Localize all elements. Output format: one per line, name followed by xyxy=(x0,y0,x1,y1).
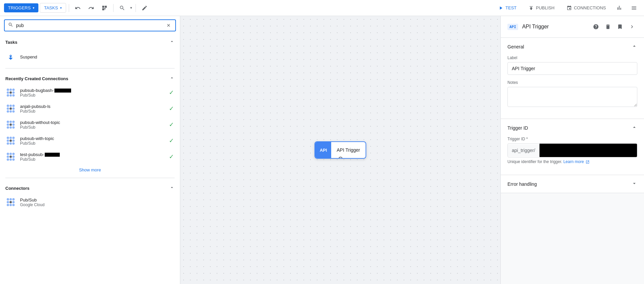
general-section-title: General xyxy=(507,44,524,49)
tasks-section-title: Tasks xyxy=(5,40,17,45)
api-badge: API xyxy=(507,24,518,30)
label-field-input[interactable] xyxy=(507,62,637,75)
svg-point-7 xyxy=(10,94,12,97)
conn-type-1: Pub/Sub xyxy=(20,109,164,114)
conn-info-1: anjali-pubsub-ls Pub/Sub xyxy=(20,104,164,114)
connector-item-pubsub[interactable]: Pub/Sub Google Cloud xyxy=(0,194,180,210)
connection-item-4[interactable]: test-pubsub- Pub/Sub ✓ xyxy=(0,149,180,165)
zoom-button[interactable] xyxy=(116,2,128,14)
api-trigger-node[interactable]: API API Trigger xyxy=(314,141,366,159)
svg-point-38 xyxy=(12,153,15,155)
panel-title: API Trigger xyxy=(522,24,587,30)
svg-point-3 xyxy=(7,92,9,94)
svg-point-32 xyxy=(12,140,15,142)
recently-created-collapse-icon xyxy=(169,75,175,82)
svg-point-50 xyxy=(12,201,15,203)
svg-point-6 xyxy=(7,94,9,97)
trigger-id-row: api_trigger/ xyxy=(507,143,637,157)
svg-point-11 xyxy=(12,105,15,107)
conn-name-1: anjali-pubsub-ls xyxy=(20,104,164,109)
svg-point-10 xyxy=(10,105,12,107)
error-handling-section-toggle[interactable]: Error handling xyxy=(501,175,644,193)
svg-point-0 xyxy=(7,89,9,91)
svg-point-9 xyxy=(7,105,9,107)
right-panel: API API Trigger General xyxy=(500,16,644,284)
conn-status-0: ✓ xyxy=(168,89,175,96)
search-box: ✕ xyxy=(4,19,176,31)
svg-point-2 xyxy=(12,89,15,91)
svg-point-26 xyxy=(12,126,15,129)
suspend-task-name: Suspend xyxy=(20,54,37,59)
tasks-label: TASKS xyxy=(44,5,58,10)
delete-icon[interactable] xyxy=(603,21,613,32)
svg-point-23 xyxy=(12,124,15,126)
chart-button[interactable] xyxy=(613,2,625,14)
svg-point-39 xyxy=(7,156,9,158)
more-options-button[interactable] xyxy=(628,2,640,14)
connection-item-1[interactable]: anjali-pubsub-ls Pub/Sub ✓ xyxy=(0,101,180,117)
tasks-chevron-icon: ▾ xyxy=(60,6,62,10)
svg-point-34 xyxy=(10,142,12,145)
svg-point-17 xyxy=(12,110,15,113)
layout-button[interactable] xyxy=(98,2,111,14)
left-panel: ✕ Tasks Suspend Recently Created Connect… xyxy=(0,16,180,284)
connection-item-2[interactable]: pubsub-without-topic Pub/Sub ✓ xyxy=(0,117,180,133)
test-button[interactable]: TEST xyxy=(493,3,521,13)
right-toolbar: TEST PUBLISH CONNECTIONS xyxy=(493,2,640,14)
show-more-link[interactable]: Show more xyxy=(79,167,101,172)
tasks-section-header[interactable]: Tasks xyxy=(0,35,180,48)
main-layout: ✕ Tasks Suspend Recently Created Connect… xyxy=(0,16,644,284)
svg-point-40 xyxy=(10,156,12,158)
trigger-id-section-content: Trigger ID * api_trigger/ Unique identif… xyxy=(501,137,644,175)
recently-created-section-header[interactable]: Recently Created Connections xyxy=(0,71,180,85)
test-label: TEST xyxy=(505,5,516,10)
connector-info-pubsub: Pub/Sub Google Cloud xyxy=(20,197,175,207)
learn-more-link[interactable]: Learn more xyxy=(563,159,584,164)
pen-button[interactable] xyxy=(139,2,151,14)
canvas-area[interactable]: API API Trigger xyxy=(180,16,500,284)
clear-search-icon[interactable]: ✕ xyxy=(165,22,172,29)
svg-point-35 xyxy=(12,142,15,145)
undo-button[interactable] xyxy=(72,2,84,14)
toolbar: TRIGGERS ▾ TASKS ▾ ▾ TEST PUBLISH C xyxy=(0,0,644,16)
tasks-button[interactable]: TASKS ▾ xyxy=(40,3,66,13)
svg-point-29 xyxy=(12,137,15,139)
svg-point-43 xyxy=(10,158,12,161)
search-icon xyxy=(8,22,13,29)
svg-point-53 xyxy=(12,204,15,206)
connector-name-pubsub: Pub/Sub xyxy=(20,197,175,202)
svg-point-48 xyxy=(7,201,9,203)
general-section-content: Label Notes xyxy=(501,55,644,119)
connection-item-0[interactable]: pubsub-bugbash- Pub/Sub ✓ xyxy=(0,85,180,101)
notes-field-textarea[interactable] xyxy=(507,87,637,107)
connections-button[interactable]: CONNECTIONS xyxy=(562,3,611,13)
node-label: API Trigger xyxy=(331,147,365,153)
connection-item-3[interactable]: pubsub-with-topic Pub/Sub ✓ xyxy=(0,133,180,149)
publish-button[interactable]: PUBLISH xyxy=(524,3,559,13)
conn-name-4: test-pubsub- xyxy=(20,152,164,157)
search-input[interactable] xyxy=(16,23,163,28)
svg-point-22 xyxy=(10,124,12,126)
triggers-button[interactable]: TRIGGERS ▾ xyxy=(4,3,38,12)
right-panel-background xyxy=(501,193,644,284)
connectors-section-header[interactable]: Connectors xyxy=(0,181,180,194)
svg-point-41 xyxy=(12,156,15,158)
conn-status-4: ✓ xyxy=(168,153,175,160)
redo-button[interactable] xyxy=(85,2,97,14)
label-field-label: Label xyxy=(507,55,637,60)
trigger-id-value[interactable] xyxy=(540,144,637,157)
node-connector-dot xyxy=(339,157,343,159)
trigger-id-section-title: Trigger ID xyxy=(507,125,528,131)
pubsub-icon-4 xyxy=(5,151,16,162)
expand-icon[interactable] xyxy=(627,21,637,32)
bookmark-icon[interactable] xyxy=(615,21,625,32)
help-icon[interactable] xyxy=(591,21,601,32)
svg-point-18 xyxy=(7,121,9,123)
trigger-id-section-toggle[interactable]: Trigger ID xyxy=(501,119,644,137)
suspend-task-item[interactable]: Suspend xyxy=(0,48,180,65)
triggers-label: TRIGGERS xyxy=(8,5,31,10)
general-section-toggle[interactable]: General xyxy=(501,38,644,55)
conn-type-0: Pub/Sub xyxy=(20,93,164,98)
pubsub-icon-0 xyxy=(5,87,16,98)
zoom-chevron-icon: ▾ xyxy=(130,6,132,10)
